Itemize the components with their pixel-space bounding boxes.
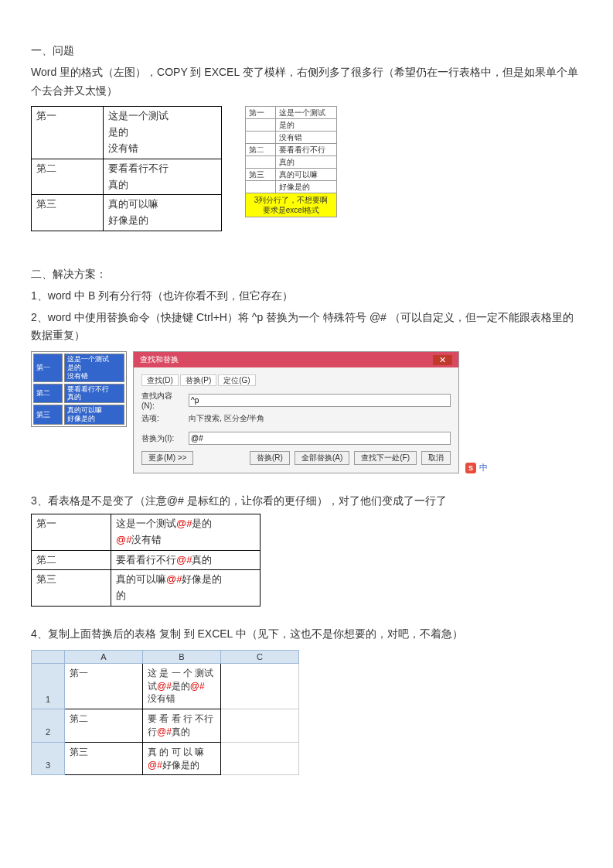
excel-result-table: ABC 1第一这 是 一 个 测试试@#是的@#没有错 2第二要 看 看 行 不…	[31, 650, 299, 776]
cell: 这是一个测试	[276, 107, 337, 119]
note-cell: 3列分行了，不想要啊 要求是excel格式	[246, 193, 337, 217]
cell: 第一	[32, 107, 104, 159]
find-label: 查找内容(N):	[141, 391, 184, 410]
cell: 没有错	[276, 132, 337, 144]
cell[interactable]: 第一	[65, 663, 143, 709]
cancel-button[interactable]: 取消	[421, 451, 451, 465]
section1-title: 一、问题	[31, 42, 582, 60]
step1-text: 1、word 中 B 列有分行符（也许你看不到，但它存在）	[31, 287, 582, 306]
cell: 真的可以嘛@#好像是的的	[111, 570, 261, 607]
cell: 第三	[32, 570, 111, 607]
ime-text: 中	[479, 463, 488, 472]
problem-illustration: 第一这是一个测试 是的 没有错 第二要看看行不行 真的 第三真的可以嘛 好像是的…	[31, 106, 582, 231]
cell: 第一	[33, 354, 63, 381]
dialog-tabs: 查找(D)替换(P)定位(G)	[141, 375, 451, 386]
close-icon[interactable]: ✕	[433, 355, 452, 365]
cell[interactable]: 要 看 看 行 不行行@#真的	[143, 709, 221, 743]
cell: 第三	[32, 195, 104, 231]
opt-label: 选项:	[141, 413, 184, 424]
find-input[interactable]	[189, 394, 451, 407]
cell: 真的可以嘛 好像是的	[64, 405, 124, 425]
word-selected-table: 第一这是一个测试 是的 没有错 第二要看看行不行 真的 第三真的可以嘛 好像是的	[31, 351, 127, 427]
cell[interactable]	[221, 663, 299, 709]
tab-find[interactable]: 查找(D)	[141, 374, 179, 386]
step2-text: 2、word 中使用替换命令（快捷键 Ctrl+H）将 ^p 替换为一个 特殊符…	[31, 309, 582, 346]
replace-input[interactable]	[189, 432, 451, 445]
cell: 是的	[276, 119, 337, 132]
cell: 第二	[33, 384, 63, 404]
section1-desc: Word 里的格式（左图），COPY 到 EXCEL 变了模样，右侧列多了很多行…	[31, 63, 582, 101]
cell: 真的可以嘛 好像是的	[104, 195, 222, 231]
cell[interactable]: 第二	[65, 709, 143, 743]
cell: 要看看行不行 真的	[64, 384, 124, 404]
cell: 第二	[246, 144, 276, 156]
row-header[interactable]: 2	[32, 709, 65, 743]
dialog-titlebar: 查找和替换 ✕	[134, 352, 458, 367]
more-button[interactable]: 更多(M) >>	[141, 451, 193, 465]
cell: 这是一个测试 是的 没有错	[104, 107, 222, 159]
cell: 这是一个测试@#是的@#没有错	[111, 514, 261, 550]
cell: 要看看行不行 真的	[104, 159, 222, 195]
cell: 要看看行不行	[276, 144, 337, 156]
cell: 第三	[33, 405, 63, 425]
col-header-c[interactable]: C	[221, 650, 299, 663]
cell: 第一	[32, 514, 111, 550]
cell: 第三	[246, 169, 276, 181]
cell: 好像是的	[276, 181, 337, 193]
cell[interactable]: 第三	[65, 742, 143, 775]
tab-replace[interactable]: 替换(P)	[180, 374, 216, 386]
cell[interactable]	[221, 742, 299, 775]
word-table-left: 第一这是一个测试 是的 没有错 第二要看看行不行 真的 第三真的可以嘛 好像是的	[31, 106, 222, 231]
cell: 真的	[276, 156, 337, 169]
find-replace-dialog: 查找和替换 ✕ 查找(D)替换(P)定位(G) 查找内容(N): 选项:向下搜索…	[133, 351, 459, 473]
cell[interactable]: 这 是 一 个 测试试@#是的@#没有错	[143, 663, 221, 709]
corner-cell[interactable]	[32, 650, 65, 663]
ime-icon: S	[465, 463, 476, 473]
replace-illustration: 第一这是一个测试 是的 没有错 第二要看看行不行 真的 第三真的可以嘛 好像是的…	[31, 351, 582, 473]
cell: 这是一个测试 是的 没有错	[64, 354, 124, 381]
dialog-title-text: 查找和替换	[140, 354, 179, 365]
step3-text: 3、看表格是不是变了（注意@# 是标红的，让你看的更仔细），对了他们变成了一行了	[31, 492, 582, 511]
row-header[interactable]: 3	[32, 742, 65, 775]
cell[interactable]: 真 的 可 以 嘛@#好像是的	[143, 742, 221, 775]
cell: 第二	[32, 159, 104, 195]
find-next-button[interactable]: 查找下一处(F)	[354, 451, 417, 465]
excel-table-right: 第一这是一个测试 是的 没有错 第二要看看行不行 真的 第三真的可以嘛 好像是的…	[245, 106, 337, 217]
cell: 真的可以嘛	[276, 169, 337, 181]
opt-value: 向下搜索, 区分全/半角	[189, 413, 264, 424]
cell: 第二	[32, 550, 111, 570]
col-header-a[interactable]: A	[65, 650, 143, 663]
section2-title: 二、解决方案：	[31, 265, 582, 284]
replace-label: 替换为(I):	[141, 433, 184, 444]
col-header-b[interactable]: B	[143, 650, 221, 663]
step4-text: 4、复制上面替换后的表格 复制 到 EXCEL 中（见下，这也不是你想要的，对吧…	[31, 625, 582, 644]
replace-all-button[interactable]: 全部替换(A)	[295, 451, 349, 465]
table-after-replace: 第一这是一个测试@#是的@#没有错 第二要看看行不行@#真的 第三真的可以嘛@#…	[31, 514, 261, 607]
cell[interactable]	[221, 709, 299, 743]
tab-goto[interactable]: 定位(G)	[218, 374, 255, 386]
row-header[interactable]: 1	[32, 663, 65, 709]
cell: 要看看行不行@#真的	[111, 550, 261, 570]
replace-button[interactable]: 替换(R)	[250, 451, 290, 465]
cell: 第一	[246, 107, 276, 119]
